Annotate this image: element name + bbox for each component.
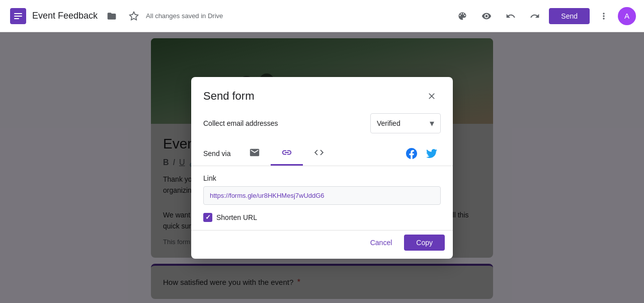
shorten-url-checkbox[interactable]: ✓ [203,213,212,222]
send-via-label: Send via [203,149,230,158]
svg-marker-4 [130,12,138,20]
redo-icon [530,11,540,21]
star-icon-btn[interactable] [124,6,144,26]
modal-backdrop: Send form Collect email addresses Verifi… [0,32,644,303]
twitter-icon [426,148,437,159]
cancel-button[interactable]: Cancel [362,235,400,251]
tab-embed[interactable] [303,141,335,166]
facebook-share-button[interactable] [403,144,421,163]
star-icon [129,11,139,21]
avatar[interactable]: A [618,7,636,25]
modal-footer: Cancel Copy [191,230,453,259]
undo-btn[interactable] [501,6,521,26]
link-url-box[interactable]: https://forms.gle/ur8HKHMesj7wUddG6 [203,186,441,205]
shorten-url-row: ✓ Shorten URL [191,209,453,230]
forms-logo-icon [10,8,26,24]
more-options-btn[interactable] [594,6,614,26]
document-title: Event Feedback [32,11,98,21]
eye-icon [481,11,492,21]
undo-icon [506,11,516,21]
tab-link[interactable] [271,141,303,166]
top-bar-action-icons: All changes saved in Drive [102,6,223,26]
checkmark-icon: ✓ [205,213,211,221]
modal-title: Send form [203,90,255,103]
collect-email-row: Collect email addresses Verified ▾ [191,109,453,141]
svg-rect-1 [14,13,22,14]
email-icon [249,147,260,158]
collect-email-label: Collect email addresses [203,119,278,127]
app-logo [8,6,28,26]
customize-theme-btn[interactable] [452,6,472,26]
svg-rect-3 [14,18,19,19]
link-icon [281,147,292,158]
saved-status: All changes saved in Drive [146,12,223,20]
twitter-share-button[interactable] [423,144,441,163]
code-icon [313,147,325,158]
modal-close-button[interactable] [423,87,441,105]
send-via-row: Send via [191,141,453,166]
modal-header: Send form [191,77,453,109]
close-icon [427,91,437,101]
email-dropdown[interactable]: Verified ▾ [370,113,441,133]
facebook-icon [406,148,417,159]
shorten-url-checkbox-wrapper[interactable]: ✓ Shorten URL [203,213,257,222]
link-heading: Link [203,174,441,182]
social-icons [403,144,441,163]
redo-btn[interactable] [525,6,545,26]
send-via-tabs [238,141,403,166]
svg-rect-2 [14,16,22,17]
dropdown-arrow-icon: ▾ [430,118,434,129]
palette-icon [457,11,467,21]
copy-button[interactable]: Copy [404,235,445,251]
top-bar-right: Send A [452,6,636,26]
content-area: Event... B I U 🔗 T̶ Thank you for partic… [0,32,644,303]
more-vert-icon [599,11,609,21]
send-button[interactable]: Send [549,8,590,24]
preview-btn[interactable] [476,6,497,26]
top-bar: Event Feedback All changes saved in Driv… [0,0,644,32]
email-dropdown-value: Verified [377,119,400,127]
link-section: Link https://forms.gle/ur8HKHMesj7wUddG6 [191,166,453,209]
folder-icon [107,11,117,21]
folder-icon-btn[interactable] [102,6,122,26]
tab-email[interactable] [238,141,271,166]
shorten-url-label: Shorten URL [216,213,257,221]
send-form-modal: Send form Collect email addresses Verifi… [191,77,453,259]
